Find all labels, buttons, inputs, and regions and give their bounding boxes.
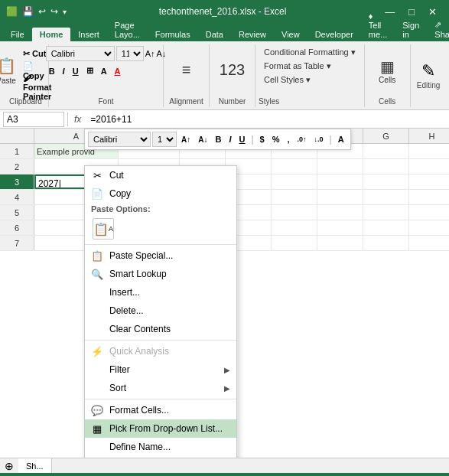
ctx-delete[interactable]: Delete... xyxy=(85,302,236,320)
cell-f3[interactable] xyxy=(317,174,363,189)
cell-g3[interactable] xyxy=(363,174,409,189)
mini-fontup-btn[interactable]: A↑ xyxy=(178,132,194,147)
conditional-formatting-btn[interactable]: Conditional Formatting ▾ xyxy=(259,46,361,59)
tab-review[interactable]: Review xyxy=(231,28,274,41)
tab-pagelayout[interactable]: Page Layo... xyxy=(107,18,148,41)
underline-button[interactable]: U xyxy=(70,64,82,79)
tab-developer[interactable]: Developer xyxy=(307,28,361,41)
cell-f5[interactable] xyxy=(317,205,363,220)
tab-tell-me[interactable]: ♦ Tell me... xyxy=(361,9,395,41)
tab-insert[interactable]: Insert xyxy=(70,28,107,41)
cell-f6[interactable] xyxy=(317,220,363,235)
ctx-smart-lookup[interactable]: 🔍 Smart Lookup xyxy=(85,265,236,283)
quick-analysis-icon: ⚡ xyxy=(91,345,103,357)
font-name-select[interactable]: Calibri xyxy=(46,46,115,61)
tab-home[interactable]: Home xyxy=(32,28,71,41)
ctx-delete-label: Delete... xyxy=(109,305,230,316)
alignment-btn[interactable]: ≡ xyxy=(174,51,199,90)
ctx-cut[interactable]: ✂ Cut xyxy=(85,166,236,184)
tab-share[interactable]: ⇗ Share xyxy=(427,18,449,41)
name-box[interactable] xyxy=(3,112,64,127)
tab-view[interactable]: View xyxy=(274,28,307,41)
ctx-define-name[interactable]: Hyperlink... xyxy=(85,456,236,458)
cell-g5[interactable] xyxy=(363,205,409,220)
maximize-btn[interactable]: □ xyxy=(402,5,421,19)
number-icon: 123 xyxy=(220,61,245,79)
cell-g6[interactable] xyxy=(363,220,409,235)
cell-h1[interactable] xyxy=(409,144,449,158)
cell-e6[interactable] xyxy=(272,220,317,235)
tab-signin[interactable]: Sign in xyxy=(395,18,427,41)
ctx-filter[interactable]: Filter ▶ xyxy=(85,360,236,379)
cell-e2[interactable] xyxy=(272,159,317,174)
font-size-select[interactable]: 11 xyxy=(116,46,144,61)
fill-color-btn[interactable]: A xyxy=(98,64,110,79)
cell-e7[interactable] xyxy=(272,236,317,250)
sheet-tab-sh[interactable]: Sh... xyxy=(18,458,52,473)
cell-g4[interactable] xyxy=(363,190,409,204)
cell-e3[interactable] xyxy=(272,174,317,189)
row-num-1: 1 xyxy=(0,144,34,158)
redo-btn[interactable]: ↪ xyxy=(50,6,58,17)
cell-h2[interactable] xyxy=(409,159,449,174)
paste-button[interactable]: 📋 Paste xyxy=(0,51,18,90)
mini-font-select[interactable]: Calibri xyxy=(88,132,151,147)
cell-h7[interactable] xyxy=(409,236,449,250)
col-header-h[interactable]: H xyxy=(409,129,449,143)
row-num-4: 4 xyxy=(0,190,34,204)
ctx-paste-special[interactable]: 📋 Paste Special... xyxy=(85,246,236,265)
cell-f7[interactable] xyxy=(317,236,363,250)
ctx-pick-dropdown[interactable]: Define Name... xyxy=(85,438,236,456)
format-as-table-btn[interactable]: Format as Table ▾ xyxy=(259,60,337,73)
ctx-copy[interactable]: 📄 Copy xyxy=(85,184,236,203)
border-button[interactable]: ⊞ xyxy=(83,64,96,79)
font-grow-btn[interactable]: A↑ xyxy=(145,49,155,58)
smart-lookup-icon: 🔍 xyxy=(91,268,103,280)
tab-file[interactable]: File xyxy=(3,28,32,41)
cell-h5[interactable] xyxy=(409,205,449,220)
mini-decup-btn[interactable]: .0↑ xyxy=(294,132,310,147)
cell-f4[interactable] xyxy=(317,190,363,204)
mini-fontdown-btn[interactable]: A↓ xyxy=(195,132,210,147)
dropdown-icon xyxy=(91,441,103,453)
number-btn[interactable]: 123 xyxy=(216,51,249,90)
cell-g2[interactable] xyxy=(363,159,409,174)
italic-button[interactable]: I xyxy=(60,64,68,79)
cell-g1[interactable] xyxy=(363,144,409,158)
cell-h3[interactable] xyxy=(409,174,449,189)
ctx-insert-comment[interactable]: 💬 Format Cells... xyxy=(85,401,236,419)
cell-h4[interactable] xyxy=(409,190,449,204)
tab-formulas[interactable]: Formulas xyxy=(148,28,198,41)
formula-input[interactable] xyxy=(87,114,446,125)
mini-fillcolor-btn[interactable]: A xyxy=(335,132,347,147)
mini-size-select[interactable]: 11 xyxy=(152,132,177,147)
ctx-format-cells[interactable]: ▦ Pick From Drop-down List... xyxy=(85,419,236,438)
cell-h6[interactable] xyxy=(409,220,449,235)
cell-f2[interactable] xyxy=(317,159,363,174)
ctx-clear-contents[interactable]: Clear Contents xyxy=(85,320,236,338)
bold-button[interactable]: B xyxy=(46,64,58,79)
font-color-btn[interactable]: A xyxy=(112,64,124,79)
mini-underline-btn[interactable]: U xyxy=(236,132,248,147)
paste-icon-btn[interactable]: 📋A xyxy=(93,218,114,240)
add-sheet-btn[interactable]: ⊕ xyxy=(0,460,18,472)
cell-styles-btn[interactable]: Cell Styles ▾ xyxy=(259,73,316,86)
mini-comma-btn[interactable]: , xyxy=(284,132,292,147)
mini-currency-btn[interactable]: $ xyxy=(257,132,268,147)
mini-decdown-btn[interactable]: ↓.0 xyxy=(311,132,327,147)
mini-percent-btn[interactable]: % xyxy=(269,132,283,147)
cell-e5[interactable] xyxy=(272,205,317,220)
ctx-insert[interactable]: Insert... xyxy=(85,283,236,302)
undo-btn[interactable]: ↩ xyxy=(38,6,46,17)
quick-save[interactable]: 💾 xyxy=(22,6,34,17)
window-title: techonthenet_2016.xlsx - Excel xyxy=(67,6,379,17)
mini-bold-btn[interactable]: B xyxy=(212,132,224,147)
cells-btn[interactable]: ▦ Cells xyxy=(375,51,399,90)
cell-g7[interactable] xyxy=(363,236,409,250)
close-btn[interactable]: ✕ xyxy=(422,5,443,19)
cell-e4[interactable] xyxy=(272,190,317,204)
mini-italic-btn[interactable]: I xyxy=(226,132,234,147)
tab-data[interactable]: Data xyxy=(198,28,231,41)
col-header-g[interactable]: G xyxy=(363,129,409,143)
ctx-sort[interactable]: Sort ▶ xyxy=(85,379,236,397)
